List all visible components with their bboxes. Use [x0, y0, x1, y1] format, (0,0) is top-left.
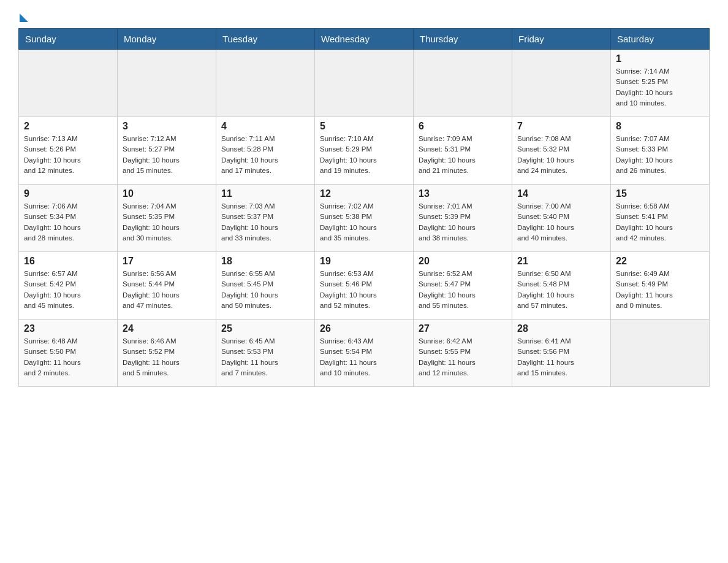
calendar-cell: 9Sunrise: 7:06 AM Sunset: 5:34 PM Daylig… — [19, 185, 118, 252]
logo-triangle-icon — [20, 13, 28, 22]
calendar-cell: 22Sunrise: 6:49 AM Sunset: 5:49 PM Dayli… — [611, 252, 710, 320]
calendar-cell — [315, 50, 414, 117]
day-number: 26 — [320, 323, 408, 334]
day-info: Sunrise: 7:13 AM Sunset: 5:26 PM Dayligh… — [24, 134, 112, 176]
day-info: Sunrise: 6:48 AM Sunset: 5:50 PM Dayligh… — [24, 336, 112, 378]
calendar-cell: 13Sunrise: 7:01 AM Sunset: 5:39 PM Dayli… — [414, 185, 512, 252]
day-info: Sunrise: 6:42 AM Sunset: 5:55 PM Dayligh… — [419, 336, 507, 378]
calendar-cell: 14Sunrise: 7:00 AM Sunset: 5:40 PM Dayli… — [512, 185, 611, 252]
day-number: 7 — [517, 121, 605, 132]
day-number: 11 — [221, 188, 309, 199]
weekday-header-row: SundayMondayTuesdayWednesdayThursdayFrid… — [19, 29, 710, 50]
day-number: 12 — [320, 188, 408, 199]
day-number: 19 — [320, 256, 408, 267]
day-number: 1 — [616, 53, 704, 64]
day-number: 27 — [419, 323, 507, 334]
day-info: Sunrise: 7:11 AM Sunset: 5:28 PM Dayligh… — [221, 134, 309, 176]
day-info: Sunrise: 7:03 AM Sunset: 5:37 PM Dayligh… — [221, 201, 309, 243]
day-info: Sunrise: 7:12 AM Sunset: 5:27 PM Dayligh… — [123, 134, 211, 176]
day-info: Sunrise: 7:04 AM Sunset: 5:35 PM Dayligh… — [123, 201, 211, 243]
day-info: Sunrise: 6:57 AM Sunset: 5:42 PM Dayligh… — [24, 269, 112, 311]
calendar-cell — [216, 50, 315, 117]
day-info: Sunrise: 6:53 AM Sunset: 5:46 PM Dayligh… — [320, 269, 408, 311]
day-info: Sunrise: 7:14 AM Sunset: 5:25 PM Dayligh… — [616, 66, 704, 109]
calendar-cell — [512, 50, 611, 117]
day-number: 3 — [123, 121, 211, 132]
calendar-cell: 26Sunrise: 6:43 AM Sunset: 5:54 PM Dayli… — [315, 320, 414, 387]
day-info: Sunrise: 6:56 AM Sunset: 5:44 PM Dayligh… — [123, 269, 211, 311]
day-info: Sunrise: 7:10 AM Sunset: 5:29 PM Dayligh… — [320, 134, 408, 176]
day-number: 23 — [24, 323, 112, 334]
day-number: 28 — [517, 323, 605, 334]
weekday-header-saturday: Saturday — [611, 29, 710, 50]
day-info: Sunrise: 7:07 AM Sunset: 5:33 PM Dayligh… — [616, 134, 704, 176]
calendar-cell: 28Sunrise: 6:41 AM Sunset: 5:56 PM Dayli… — [512, 320, 611, 387]
day-info: Sunrise: 7:06 AM Sunset: 5:34 PM Dayligh… — [24, 201, 112, 243]
day-info: Sunrise: 7:08 AM Sunset: 5:32 PM Dayligh… — [517, 134, 605, 176]
calendar-week-row: 9Sunrise: 7:06 AM Sunset: 5:34 PM Daylig… — [19, 185, 710, 252]
calendar-cell — [611, 320, 710, 387]
day-info: Sunrise: 7:01 AM Sunset: 5:39 PM Dayligh… — [419, 201, 507, 243]
calendar-cell: 5Sunrise: 7:10 AM Sunset: 5:29 PM Daylig… — [315, 117, 414, 185]
day-number: 20 — [419, 256, 507, 267]
logo — [18, 12, 28, 22]
calendar-week-row: 16Sunrise: 6:57 AM Sunset: 5:42 PM Dayli… — [19, 252, 710, 320]
day-number: 5 — [320, 121, 408, 132]
calendar-week-row: 2Sunrise: 7:13 AM Sunset: 5:26 PM Daylig… — [19, 117, 710, 185]
day-number: 25 — [221, 323, 309, 334]
day-number: 2 — [24, 121, 112, 132]
weekday-header-thursday: Thursday — [414, 29, 512, 50]
day-number: 21 — [517, 256, 605, 267]
calendar-cell: 15Sunrise: 6:58 AM Sunset: 5:41 PM Dayli… — [611, 185, 710, 252]
day-info: Sunrise: 7:00 AM Sunset: 5:40 PM Dayligh… — [517, 201, 605, 243]
day-info: Sunrise: 6:52 AM Sunset: 5:47 PM Dayligh… — [419, 269, 507, 311]
calendar-cell: 25Sunrise: 6:45 AM Sunset: 5:53 PM Dayli… — [216, 320, 315, 387]
page-header — [18, 12, 710, 22]
day-number: 10 — [123, 188, 211, 199]
calendar-table: SundayMondayTuesdayWednesdayThursdayFrid… — [18, 28, 710, 387]
calendar-cell: 21Sunrise: 6:50 AM Sunset: 5:48 PM Dayli… — [512, 252, 611, 320]
calendar-cell — [414, 50, 512, 117]
calendar-week-row: 23Sunrise: 6:48 AM Sunset: 5:50 PM Dayli… — [19, 320, 710, 387]
calendar-cell: 6Sunrise: 7:09 AM Sunset: 5:31 PM Daylig… — [414, 117, 512, 185]
day-info: Sunrise: 6:49 AM Sunset: 5:49 PM Dayligh… — [616, 269, 704, 311]
day-info: Sunrise: 6:50 AM Sunset: 5:48 PM Dayligh… — [517, 269, 605, 311]
day-info: Sunrise: 6:43 AM Sunset: 5:54 PM Dayligh… — [320, 336, 408, 378]
calendar-cell — [118, 50, 216, 117]
calendar-cell: 3Sunrise: 7:12 AM Sunset: 5:27 PM Daylig… — [118, 117, 216, 185]
calendar-cell: 23Sunrise: 6:48 AM Sunset: 5:50 PM Dayli… — [19, 320, 118, 387]
day-info: Sunrise: 6:45 AM Sunset: 5:53 PM Dayligh… — [221, 336, 309, 378]
day-info: Sunrise: 6:46 AM Sunset: 5:52 PM Dayligh… — [123, 336, 211, 378]
calendar-cell: 19Sunrise: 6:53 AM Sunset: 5:46 PM Dayli… — [315, 252, 414, 320]
day-number: 18 — [221, 256, 309, 267]
calendar-cell: 7Sunrise: 7:08 AM Sunset: 5:32 PM Daylig… — [512, 117, 611, 185]
calendar-cell: 1Sunrise: 7:14 AM Sunset: 5:25 PM Daylig… — [611, 50, 710, 117]
calendar-week-row: 1Sunrise: 7:14 AM Sunset: 5:25 PM Daylig… — [19, 50, 710, 117]
calendar-cell: 10Sunrise: 7:04 AM Sunset: 5:35 PM Dayli… — [118, 185, 216, 252]
day-number: 14 — [517, 188, 605, 199]
calendar-cell: 8Sunrise: 7:07 AM Sunset: 5:33 PM Daylig… — [611, 117, 710, 185]
weekday-header-monday: Monday — [118, 29, 216, 50]
calendar-cell: 24Sunrise: 6:46 AM Sunset: 5:52 PM Dayli… — [118, 320, 216, 387]
weekday-header-wednesday: Wednesday — [315, 29, 414, 50]
day-info: Sunrise: 6:58 AM Sunset: 5:41 PM Dayligh… — [616, 201, 704, 243]
calendar-cell: 11Sunrise: 7:03 AM Sunset: 5:37 PM Dayli… — [216, 185, 315, 252]
day-number: 4 — [221, 121, 309, 132]
day-number: 24 — [123, 323, 211, 334]
calendar-cell: 27Sunrise: 6:42 AM Sunset: 5:55 PM Dayli… — [414, 320, 512, 387]
day-number: 13 — [419, 188, 507, 199]
calendar-cell: 16Sunrise: 6:57 AM Sunset: 5:42 PM Dayli… — [19, 252, 118, 320]
day-number: 22 — [616, 256, 704, 267]
day-number: 8 — [616, 121, 704, 132]
calendar-cell: 2Sunrise: 7:13 AM Sunset: 5:26 PM Daylig… — [19, 117, 118, 185]
day-number: 17 — [123, 256, 211, 267]
calendar-cell: 18Sunrise: 6:55 AM Sunset: 5:45 PM Dayli… — [216, 252, 315, 320]
calendar-cell: 12Sunrise: 7:02 AM Sunset: 5:38 PM Dayli… — [315, 185, 414, 252]
day-number: 9 — [24, 188, 112, 199]
weekday-header-tuesday: Tuesday — [216, 29, 315, 50]
day-number: 15 — [616, 188, 704, 199]
day-number: 6 — [419, 121, 507, 132]
day-info: Sunrise: 6:55 AM Sunset: 5:45 PM Dayligh… — [221, 269, 309, 311]
day-info: Sunrise: 7:09 AM Sunset: 5:31 PM Dayligh… — [419, 134, 507, 176]
day-number: 16 — [24, 256, 112, 267]
